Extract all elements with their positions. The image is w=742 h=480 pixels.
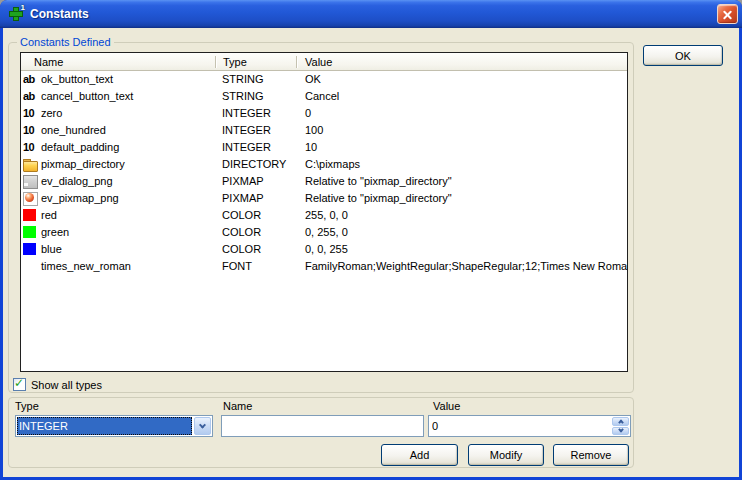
row-value: Relative to "pixmap_directory" (296, 190, 627, 207)
row-name: one_hundred (41, 122, 106, 139)
editor-groupbox: Type Name Value INTEGER Add Modify Remov… (8, 397, 634, 468)
row-value: 100 (296, 122, 627, 139)
row-value: OK (296, 71, 627, 88)
table-row[interactable]: green COLOR 0, 255, 0 (21, 224, 627, 241)
add-button[interactable]: Add (381, 444, 458, 466)
checkmark-icon: ✓ (14, 377, 24, 390)
row-type: COLOR (215, 224, 296, 241)
row-name: ev_pixmap_png (41, 190, 119, 207)
swatch-red-icon (23, 209, 38, 222)
table-row[interactable]: times_new_roman FONT FamilyRoman;WeightR… (21, 258, 627, 275)
row-type: DIRECTORY (215, 156, 296, 173)
row-name: cancel_button_text (41, 88, 133, 105)
constants-dialog: 1 Constants Constants Defined Name Type … (0, 0, 742, 480)
row-name: zero (41, 105, 62, 122)
column-header-value[interactable]: Value (296, 53, 627, 71)
value-spinbox (428, 415, 631, 437)
table-row[interactable]: 10 one_hundred INTEGER 100 (21, 122, 627, 139)
number-glyph-icon: 10 (23, 107, 38, 120)
list-header: Name Type Value (21, 53, 627, 71)
show-all-types-label: Show all types (31, 379, 102, 391)
row-type: PIXMAP (215, 190, 296, 207)
groupbox-title: Constants Defined (17, 35, 114, 49)
column-header-name[interactable]: Name (21, 53, 215, 71)
folder-icon (23, 158, 38, 171)
row-name: default_padding (41, 139, 119, 156)
row-type: PIXMAP (215, 173, 296, 190)
row-type: INTEGER (215, 139, 296, 156)
chevron-down-icon (199, 421, 206, 428)
spin-up-button[interactable] (612, 417, 629, 426)
row-type: FONT (215, 258, 296, 275)
titlebar: 1 Constants (0, 0, 742, 28)
app-plus-one-icon: 1 (8, 6, 24, 22)
text-glyph-icon: ab (23, 90, 38, 103)
row-name: ev_dialog_png (41, 173, 113, 190)
row-type: COLOR (215, 207, 296, 224)
constants-defined-groupbox: Constants Defined Name Type Value ab ok_… (8, 42, 634, 393)
text-glyph-icon: ab (23, 73, 38, 86)
row-value: Cancel (296, 88, 627, 105)
name-label: Name (223, 400, 252, 413)
number-glyph-icon: 10 (23, 141, 38, 154)
row-type: INTEGER (215, 122, 296, 139)
swatch-blue-icon (23, 243, 38, 256)
table-row[interactable]: ev_dialog_png PIXMAP Relative to "pixmap… (21, 173, 627, 190)
table-row[interactable]: ab ok_button_text STRING OK (21, 71, 627, 88)
value-input[interactable] (429, 416, 611, 436)
row-value: 10 (296, 139, 627, 156)
row-value: C:\pixmaps (296, 156, 627, 173)
row-name: ok_button_text (41, 71, 113, 88)
table-row[interactable]: 10 default_padding INTEGER 10 (21, 139, 627, 156)
name-input[interactable] (221, 415, 424, 437)
type-combobox-value: INTEGER (17, 417, 192, 435)
close-button[interactable] (717, 4, 738, 24)
ok-button[interactable]: OK (643, 45, 723, 66)
type-combobox[interactable]: INTEGER (15, 415, 213, 437)
row-value: 255, 0, 0 (296, 207, 627, 224)
row-type: STRING (215, 71, 296, 88)
show-all-types-row[interactable]: ✓ Show all types (13, 378, 102, 391)
modify-button[interactable]: Modify (468, 444, 544, 466)
constants-table-body: ab ok_button_text STRING OK ab cancel_bu… (21, 71, 627, 275)
table-row[interactable]: ev_pixmap_png PIXMAP Relative to "pixmap… (21, 190, 627, 207)
table-row[interactable]: pixmap_directory DIRECTORY C:\pixmaps (21, 156, 627, 173)
spin-down-button[interactable] (612, 427, 629, 436)
remove-button[interactable]: Remove (553, 444, 629, 466)
dialog-body: Constants Defined Name Type Value ab ok_… (3, 28, 739, 477)
column-header-type[interactable]: Type (215, 53, 296, 71)
row-value: FamilyRoman;WeightRegular;ShapeRegular;1… (296, 258, 627, 275)
number-glyph-icon: 10 (23, 124, 38, 137)
table-row[interactable]: ab cancel_button_text STRING Cancel (21, 88, 627, 105)
window-title: Constants (30, 7, 89, 21)
chevron-down-icon (618, 427, 624, 433)
row-name: blue (41, 241, 62, 258)
row-value: Relative to "pixmap_directory" (296, 173, 627, 190)
row-name: times_new_roman (41, 258, 131, 275)
row-value: 0, 0, 255 (296, 241, 627, 258)
row-value: 0, 255, 0 (296, 224, 627, 241)
show-all-types-checkbox[interactable]: ✓ (13, 378, 26, 391)
spinner-buttons (612, 417, 629, 435)
chevron-up-icon (618, 420, 624, 426)
row-name: pixmap_directory (41, 156, 125, 173)
row-name: green (41, 224, 69, 241)
row-type: STRING (215, 88, 296, 105)
image-pixmap-icon (23, 192, 38, 205)
table-row[interactable]: red COLOR 255, 0, 0 (21, 207, 627, 224)
value-label: Value (433, 400, 460, 413)
icon-badge: 1 (21, 3, 25, 12)
none-icon (23, 260, 38, 273)
type-label: Type (15, 400, 39, 413)
swatch-green-icon (23, 226, 38, 239)
table-row[interactable]: 10 zero INTEGER 0 (21, 105, 627, 122)
constants-list: Name Type Value ab ok_button_text STRING… (20, 52, 628, 372)
table-row[interactable]: blue COLOR 0, 0, 255 (21, 241, 627, 258)
row-value: 0 (296, 105, 627, 122)
dialog-pixmap-icon (23, 175, 38, 188)
row-name: red (41, 207, 57, 224)
row-type: INTEGER (215, 105, 296, 122)
row-type: COLOR (215, 241, 296, 258)
type-combobox-dropdown-button[interactable] (194, 417, 211, 435)
